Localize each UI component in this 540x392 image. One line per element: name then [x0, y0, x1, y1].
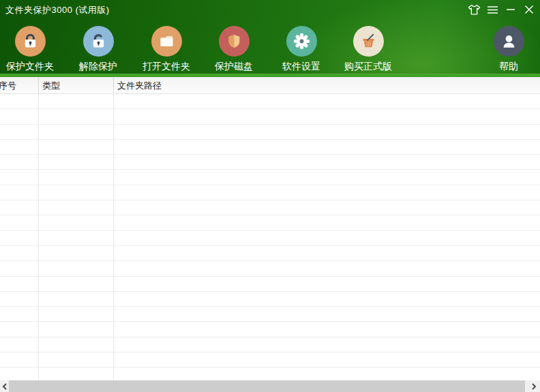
toolbar-label: 保护文件夹	[0, 61, 63, 73]
table-row	[0, 261, 540, 276]
table-row	[0, 140, 540, 155]
scrollbar-thumb[interactable]	[9, 380, 525, 392]
table-cell	[39, 215, 114, 230]
table-cell	[0, 337, 39, 352]
table-cell	[114, 246, 540, 260]
table-cell	[114, 185, 540, 200]
table-cell	[0, 261, 39, 275]
gear-icon	[286, 26, 317, 57]
toolbar-label: 软件设置	[269, 61, 334, 73]
app-window: 文件夹保护3000 (试用版)	[0, 0, 540, 392]
table-cell	[0, 322, 39, 336]
scroll-right-icon	[531, 383, 537, 390]
toolbar-label: 帮助	[476, 61, 540, 73]
table-cell	[114, 352, 540, 367]
table-row	[0, 246, 540, 261]
table-cell	[114, 231, 540, 245]
toolbar-label: 购买正式版	[335, 61, 401, 73]
window-title: 文件夹保护3000 (试用版)	[5, 4, 110, 16]
table-cell	[39, 140, 114, 154]
table-row	[0, 200, 540, 215]
table-cell	[0, 125, 39, 139]
table-cell	[39, 246, 114, 260]
table-cell	[114, 337, 540, 352]
table-row	[0, 352, 540, 367]
scroll-right-button[interactable]	[528, 380, 540, 392]
user-icon	[494, 26, 524, 57]
table-row	[0, 307, 540, 322]
table-cell	[39, 155, 114, 169]
table-cell	[114, 307, 540, 321]
close-icon[interactable]	[522, 3, 536, 16]
table-row	[0, 292, 540, 307]
table-cell	[39, 200, 114, 215]
titlebar[interactable]: 文件夹保护3000 (试用版)	[0, 0, 540, 19]
table-cell	[0, 94, 39, 108]
table-row	[0, 367, 540, 380]
lock-closed-icon	[15, 26, 46, 57]
lock-open-icon	[83, 26, 114, 57]
column-header-path[interactable]: 文件夹路径	[114, 77, 540, 93]
table-cell	[0, 367, 39, 380]
table-cell	[114, 170, 540, 184]
table-cell	[0, 109, 39, 123]
horizontal-scrollbar[interactable]	[0, 380, 540, 392]
table-row	[0, 109, 540, 124]
column-header-type[interactable]: 类型	[39, 77, 114, 93]
table-row	[0, 185, 540, 200]
folder-icon	[151, 26, 182, 57]
table-cell	[39, 322, 114, 336]
column-header-label: 类型	[42, 80, 60, 91]
table-cell	[0, 200, 39, 215]
table-cell	[39, 125, 114, 139]
table-cell	[0, 307, 39, 321]
table-cell	[114, 277, 540, 291]
skin-shirt-icon[interactable]	[467, 3, 481, 16]
list-header: 序号 类型 文件夹路径	[0, 77, 540, 94]
table-cell	[114, 109, 540, 123]
toolbar-button-buy[interactable]: 购买正式版	[335, 26, 401, 73]
table-cell	[114, 200, 540, 215]
menu-icon[interactable]	[485, 3, 499, 16]
toolbar-button-settings[interactable]: 软件设置	[269, 26, 334, 73]
table-cell	[0, 185, 39, 200]
column-header-seq[interactable]: 序号	[0, 77, 39, 93]
table-cell	[114, 94, 540, 108]
toolbar-label: 解除保护	[65, 61, 131, 73]
table-row	[0, 337, 540, 352]
table-cell	[39, 352, 114, 367]
column-header-label: 序号	[0, 80, 16, 92]
minimize-icon[interactable]	[504, 3, 518, 16]
toolbar-label: 保护磁盘	[201, 61, 267, 73]
table-body[interactable]	[0, 94, 540, 380]
table-row	[0, 322, 540, 337]
toolbar-button-protect-disk[interactable]: 保护磁盘	[201, 26, 267, 73]
column-header-label: 文件夹路径	[117, 80, 162, 91]
toolbar-button-protect-folder[interactable]: 保护文件夹	[0, 26, 63, 73]
table-cell	[39, 261, 114, 275]
toolbar-button-open-folder[interactable]: 打开文件夹	[134, 26, 199, 73]
scroll-left-button[interactable]	[0, 380, 9, 392]
table-row	[0, 155, 540, 170]
table-cell	[114, 261, 540, 275]
table-row	[0, 215, 540, 230]
shield-icon	[219, 26, 250, 57]
table-cell	[39, 109, 114, 123]
table-cell	[0, 215, 39, 230]
table-cell	[114, 292, 540, 306]
table-row	[0, 170, 540, 185]
table-cell	[0, 277, 39, 291]
table-cell	[39, 231, 114, 245]
table-cell	[0, 140, 39, 154]
table-row	[0, 231, 540, 246]
table-cell	[39, 337, 114, 352]
table-cell	[39, 367, 114, 380]
window-controls	[467, 0, 536, 19]
toolbar-button-help[interactable]: 帮助	[476, 26, 540, 73]
table-row	[0, 277, 540, 292]
table-cell	[39, 170, 114, 184]
table-cell	[0, 246, 39, 260]
table-cell	[0, 231, 39, 245]
table-cell	[0, 292, 39, 306]
toolbar-button-unprotect[interactable]: 解除保护	[65, 26, 131, 73]
